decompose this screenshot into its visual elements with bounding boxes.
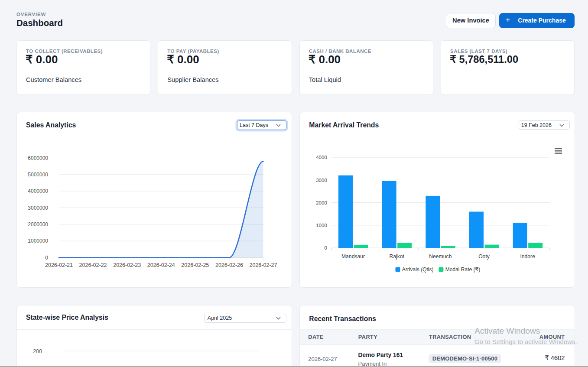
svg-text:1000: 1000 (316, 223, 328, 228)
svg-text:2000: 2000 (316, 200, 328, 205)
svg-text:Ooty: Ooty (478, 253, 490, 260)
svg-text:6000000: 6000000 (28, 155, 48, 161)
svg-text:2026-02-24: 2026-02-24 (147, 262, 175, 268)
svg-text:4000: 4000 (316, 155, 328, 160)
svg-text:200: 200 (33, 348, 42, 354)
svg-text:2026-02-27: 2026-02-27 (250, 262, 277, 268)
svg-text:0: 0 (325, 245, 327, 250)
svg-text:2026-02-26: 2026-02-26 (215, 262, 243, 268)
svg-text:Rajkot: Rajkot (390, 253, 405, 260)
svg-text:Indore: Indore (520, 253, 536, 260)
svg-text:2000000: 2000000 (28, 221, 48, 227)
svg-text:1000000: 1000000 (28, 238, 48, 244)
svg-text:0: 0 (45, 254, 48, 260)
svg-text:3000000: 3000000 (28, 205, 48, 211)
svg-text:2026-02-23: 2026-02-23 (113, 262, 141, 268)
svg-text:Neemuch: Neemuch (429, 253, 452, 260)
svg-text:3000: 3000 (316, 177, 328, 182)
svg-text:5000000: 5000000 (28, 172, 48, 178)
svg-text:4000000: 4000000 (28, 188, 48, 194)
svg-text:2026-02-22: 2026-02-22 (79, 262, 107, 268)
svg-text:2026-02-25: 2026-02-25 (181, 262, 209, 268)
svg-text:Mandsaur: Mandsaur (341, 253, 365, 260)
svg-text:Modal Rate (₹): Modal Rate (₹) (445, 266, 480, 272)
svg-text:Arrivals (Qtls): Arrivals (Qtls) (402, 266, 434, 272)
svg-text:2026-02-21: 2026-02-21 (45, 262, 73, 268)
